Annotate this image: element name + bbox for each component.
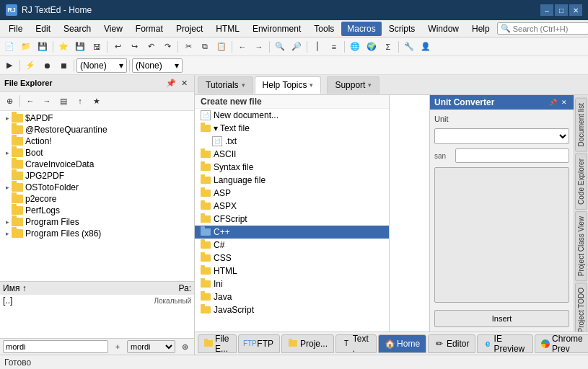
tree-item-action[interactable]: Action! — [0, 135, 194, 147]
tb-redo2[interactable]: ↷ — [159, 39, 175, 55]
st-btn-star[interactable]: ★ — [89, 93, 105, 109]
unit-value-input[interactable] — [455, 148, 569, 163]
tb-person[interactable]: 👤 — [418, 39, 434, 55]
file-item-cpp[interactable]: C++ — [195, 226, 389, 239]
file-item-asp[interactable]: ASP — [195, 187, 389, 200]
st-btn-up[interactable]: ↑ — [72, 93, 88, 109]
tb-left[interactable]: ← — [234, 39, 250, 55]
sidebar-dropdown-btn[interactable]: ⊕ — [178, 340, 191, 353]
menu-macros[interactable]: Macros — [341, 22, 381, 36]
bottom-tab-project[interactable]: Proje... — [281, 334, 334, 353]
tb-globe2[interactable]: 🌍 — [364, 39, 379, 55]
file-item-new-doc[interactable]: 📄 New document... — [195, 109, 389, 122]
maximize-button[interactable]: □ — [555, 4, 568, 16]
tree-item-jpg2pdf[interactable]: JPG2PDF — [0, 170, 194, 182]
sidebar-close-button[interactable]: ✕ — [178, 77, 190, 89]
tb-new[interactable]: 📄 — [1, 39, 17, 55]
menu-search[interactable]: Search — [58, 22, 97, 36]
file-item-lang[interactable]: Language file — [195, 174, 389, 187]
st-btn-add[interactable]: ⊕ — [1, 93, 17, 109]
tb-save2[interactable]: 💾 — [72, 39, 88, 55]
tree-item-progfilesx86[interactable]: ▸ Program Files (x86) — [0, 228, 194, 239]
file-item-txt[interactable]: 📄 .txt — [195, 135, 389, 148]
st-btn-view[interactable]: ▤ — [56, 93, 71, 109]
right-tab-code-explorer[interactable]: Code Explorer — [575, 154, 587, 210]
menu-window[interactable]: Window — [422, 22, 465, 36]
tb-stop[interactable]: ⏹ — [56, 58, 71, 74]
tb-copy[interactable]: ⧉ — [197, 39, 213, 55]
menu-help[interactable]: Help — [466, 22, 496, 36]
tb-none-dropdown1[interactable]: (None) ▾ — [76, 58, 127, 73]
bottom-tab-home[interactable]: 🏠 Home — [378, 334, 426, 353]
file-item-syntax[interactable]: Syntax file — [195, 161, 389, 174]
tb-undo2[interactable]: ↶ — [143, 39, 159, 55]
st-btn-forward[interactable]: → — [39, 93, 55, 109]
sidebar-search-input[interactable] — [3, 340, 108, 353]
tab-tutorials[interactable]: Tutorials ▾ — [198, 76, 253, 94]
tb-sigma[interactable]: Σ — [380, 39, 396, 55]
st-btn-back[interactable]: ← — [22, 93, 38, 109]
tb-none-dropdown2[interactable]: (None) ▾ — [132, 58, 183, 73]
tb-list[interactable]: ≡ — [326, 39, 342, 55]
unit-select[interactable] — [434, 128, 569, 144]
file-item-html[interactable]: HTML — [195, 264, 389, 277]
tab-help-topics[interactable]: Help Topics ▾ — [255, 76, 322, 94]
menu-edit[interactable]: Edit — [30, 22, 56, 36]
unit-panel-pin[interactable]: 📌 — [548, 97, 558, 107]
tb-paste[interactable]: 📋 — [214, 39, 229, 55]
file-item-css[interactable]: CSS — [195, 252, 389, 264]
insert-button[interactable]: Insert — [434, 310, 569, 327]
bottom-tab-ftp[interactable]: FTP FTP — [238, 334, 280, 353]
bottom-tab-chrome-preview[interactable]: Chrome Prev — [535, 334, 588, 353]
menu-search-input[interactable] — [513, 25, 585, 33]
tree-item-sapdf[interactable]: ▸ $APDF — [0, 112, 194, 124]
bottom-tab-ie-preview[interactable]: e IE Preview — [477, 334, 533, 353]
file-item-java[interactable]: Java — [195, 290, 389, 303]
tb-save[interactable]: 💾 — [35, 39, 51, 55]
file-item-js[interactable]: JavaScript — [195, 303, 389, 316]
tree-item-restore[interactable]: @RestoreQuarantine — [0, 124, 194, 135]
tb-search[interactable]: 🔍 — [272, 39, 288, 55]
tb-redo[interactable]: ↪ — [126, 39, 142, 55]
bottom-tab-editor[interactable]: ✏ Editor — [428, 334, 475, 353]
sidebar-dropdown[interactable]: mordi — [127, 340, 175, 353]
right-tab-project-class-view[interactable]: Project Class View — [575, 211, 587, 281]
tab-support[interactable]: Support ▾ — [327, 76, 379, 94]
tb-open[interactable]: 📁 — [18, 39, 34, 55]
unit-panel-close[interactable]: ✕ — [559, 97, 569, 107]
right-tab-project-todo[interactable]: Project TODO — [575, 283, 587, 332]
tree-item-progfiles[interactable]: ▸ Program Files — [0, 216, 194, 228]
minimize-button[interactable]: – — [540, 4, 553, 16]
menu-scripts[interactable]: Scripts — [383, 22, 421, 36]
file-item-ini[interactable]: Ini — [195, 277, 389, 290]
sidebar-search-button[interactable]: + — [111, 340, 124, 353]
menu-search-box[interactable]: 🔍 — [497, 22, 588, 35]
tree-item-crave[interactable]: CraveInvoiceData — [0, 159, 194, 170]
tb-search2[interactable]: 🔎 — [289, 39, 304, 55]
bottom-tab-file-explorer[interactable]: File E... — [198, 334, 237, 353]
tree-item-boot[interactable]: ▸ Boot — [0, 147, 194, 159]
tree-item-ostoto[interactable]: ▸ OSTotoFolder — [0, 182, 194, 193]
tb-star[interactable]: ⭐ — [56, 39, 71, 55]
tb-play[interactable]: ▶ — [1, 58, 17, 74]
tb-rec[interactable]: ⏺ — [39, 58, 55, 74]
menu-project[interactable]: Project — [170, 22, 209, 36]
tree-item-perflogs[interactable]: PerfLogs — [0, 205, 194, 216]
close-button[interactable]: ✕ — [569, 4, 582, 16]
bottom-tab-text[interactable]: T Text . — [335, 334, 377, 353]
tree-item-p2ecore[interactable]: p2ecore — [0, 193, 194, 205]
tb-globe[interactable]: 🌐 — [347, 39, 363, 55]
menu-view[interactable]: View — [98, 22, 128, 36]
file-item-text-file[interactable]: ▾ Text file — [195, 122, 389, 135]
file-item-ascii[interactable]: ASCII — [195, 148, 389, 161]
file-item-cfscript[interactable]: CFScript — [195, 213, 389, 226]
tb-pipe[interactable]: ⎮ — [310, 39, 325, 55]
menu-environment[interactable]: Environment — [247, 22, 307, 36]
tb-right[interactable]: → — [251, 39, 267, 55]
list-item-parent[interactable]: [..] Локальный — [0, 295, 194, 306]
tb-tools[interactable]: 🔧 — [401, 39, 417, 55]
tb-cut[interactable]: ✂ — [180, 39, 196, 55]
tb-undo[interactable]: ↩ — [110, 39, 126, 55]
tb-floppy[interactable]: 🖫 — [89, 39, 105, 55]
menu-html[interactable]: HTML — [210, 22, 245, 36]
